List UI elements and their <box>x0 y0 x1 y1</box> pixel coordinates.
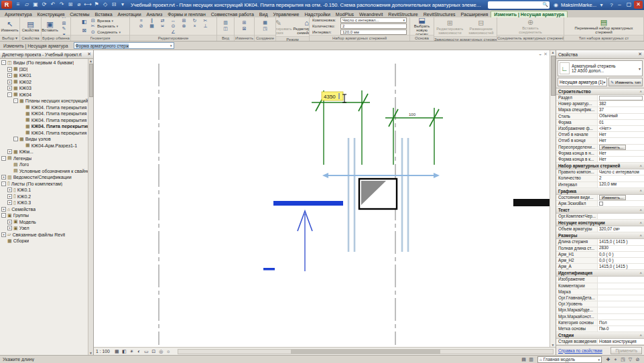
collapse-chevron-icon[interactable]: ˄ <box>639 234 642 238</box>
property-section-header[interactable]: Графика˄ <box>556 188 644 195</box>
panel-label-properties[interactable]: Свойства <box>20 35 41 42</box>
property-value[interactable] <box>598 283 644 289</box>
filled-beam-region[interactable] <box>513 199 551 206</box>
property-section-header[interactable]: Размеры˄ <box>556 232 644 239</box>
expand-icon[interactable]: + <box>7 67 12 72</box>
edit-value-button[interactable]: Изменить... <box>599 145 626 150</box>
property-section-header[interactable]: Несущие конструкции˄ <box>556 220 644 226</box>
tree-item[interactable]: -◫Виды (По первым 4 буквам) <box>0 60 88 66</box>
visual-style-icon[interactable]: ◧ <box>121 348 128 355</box>
measure-icon[interactable]: ⌀ <box>75 1 83 9</box>
app-menu-icon[interactable]: ≡ <box>14 1 22 9</box>
panel-label-rebar-set[interactable]: Набор арматурных стержней <box>310 35 409 41</box>
ribbon-tab[interactable]: RevitStructure <box>385 11 420 17</box>
crop-view-icon[interactable]: ▭ <box>143 348 150 355</box>
property-value[interactable]: 0,0 ( 0 ) <box>598 252 644 257</box>
tree-item[interactable]: -▦Планы несущих конструкций <box>0 98 88 104</box>
join-item[interactable]: ⊙Соединить▾ <box>90 29 121 35</box>
paint-icon[interactable]: ◧ <box>80 18 88 26</box>
help-icon[interactable]: ? <box>608 2 615 8</box>
collapse-chevron-icon[interactable]: ˄ <box>639 164 642 168</box>
scroll-up-icon[interactable]: ▲ <box>89 59 92 63</box>
tree-item[interactable]: +▦КЖ02 <box>0 79 88 86</box>
create-similar-icon[interactable]: ◳ <box>260 26 271 32</box>
search-input[interactable]: 🔍 <box>488 1 550 9</box>
ribbon-tab[interactable]: RevitStructures <box>421 11 458 17</box>
create-group-icon[interactable]: ▦ <box>260 20 271 26</box>
tree-item[interactable]: ▦КЖ04. Плита перекрытия на отм... <box>0 130 88 137</box>
collapse-icon[interactable]: - <box>1 182 6 186</box>
canvas-hscrollbar[interactable] <box>178 349 554 354</box>
ribbon-tab[interactable]: Конструкция <box>35 11 68 17</box>
edit-constraints-button[interactable]: ⊞Редактировать зависимости <box>435 18 465 35</box>
sun-path-icon[interactable]: ☀ <box>128 348 135 355</box>
property-value[interactable] <box>598 314 644 319</box>
tree-item[interactable]: ▦КЖ04. Плита перекрытия на отм... <box>0 111 88 117</box>
scroll-thumb[interactable] <box>551 56 556 96</box>
tree-item[interactable]: -▦КЖ04 <box>0 92 88 98</box>
tree-item[interactable]: +▦КЖ03 <box>0 85 88 92</box>
property-value[interactable]: 2 <box>598 175 644 181</box>
pick-new-host-button[interactable]: ⬓Выбрать новую основу <box>411 18 432 34</box>
detail-level-icon[interactable]: ▦ <box>113 348 121 355</box>
collapse-chevron-icon[interactable]: ˄ <box>639 208 642 212</box>
quantity-field[interactable]: 2 <box>340 23 407 29</box>
property-value[interactable]: 37 <box>598 107 644 113</box>
dimension-icon[interactable]: ⟷ <box>84 1 92 9</box>
select-pinned-icon[interactable]: ⌖ <box>612 357 619 362</box>
panel-label-host[interactable]: Основа <box>410 35 434 41</box>
property-value[interactable]: Пол <box>598 320 644 325</box>
tree-item[interactable]: -▯Листы (По комплектам) <box>0 181 88 188</box>
reveal-hidden-icon[interactable]: ☼ <box>165 348 172 355</box>
properties-button[interactable]: ▤Свойства <box>21 18 40 33</box>
panel-label-select[interactable]: Выбор ▾ <box>0 35 19 42</box>
active-model-combo[interactable]: ⌂ Главная модель ▾ <box>537 356 602 363</box>
property-value[interactable]: Пм-0 <box>598 326 644 332</box>
ribbon-tab[interactable]: Анализ <box>144 11 166 17</box>
tree-item[interactable]: -▦Виды узлов <box>0 136 88 143</box>
collapse-chevron-icon[interactable]: ˄ <box>639 221 642 225</box>
ribbon-tab[interactable]: Вставка <box>92 11 115 17</box>
ribbon-tab[interactable]: Формы и генплан <box>165 11 208 17</box>
view-scale[interactable]: 1 : 100 <box>96 349 110 354</box>
ribbon-tab[interactable]: Совместная работа <box>208 11 257 17</box>
match-type-icon[interactable]: ✎ <box>59 26 70 32</box>
tree-item[interactable]: +▣Узел <box>0 225 88 232</box>
cut-geometry-item[interactable]: ✂Вырезать▾ <box>90 23 121 29</box>
section-icon[interactable]: ⊟ <box>110 1 118 9</box>
scroll-thumb[interactable] <box>89 64 93 97</box>
property-section-header[interactable]: Идентификация˄ <box>556 270 644 277</box>
select-link-icon[interactable]: ✚ <box>604 357 612 362</box>
tree-item[interactable]: ▤Условные обозначения к свайному пол... <box>0 168 88 175</box>
insert-coupler-button[interactable]: ⊕Вставить соединитель <box>512 18 550 34</box>
close-button[interactable]: ✕ <box>634 1 643 9</box>
account-menu[interactable]: ◉ MaksimMarke... ▾ <box>552 2 605 8</box>
offset-icon[interactable]: ∥ <box>147 18 157 24</box>
ribbon-tab[interactable]: Надстройки <box>302 11 332 17</box>
temporary-hide-icon[interactable]: ◎ <box>157 348 165 355</box>
ribbon-tab[interactable]: Аннотации <box>115 11 144 17</box>
angle-icon[interactable]: ∠ <box>168 29 179 35</box>
collapse-icon[interactable]: - <box>1 60 6 65</box>
ribbon-tab[interactable]: ModPlus <box>333 11 357 17</box>
filter-icon[interactable]: ▽ <box>627 357 634 362</box>
close-icon[interactable]: ✕ <box>638 52 642 57</box>
tree-item[interactable]: +⌂Семейства <box>0 206 88 213</box>
show-crop-icon[interactable]: ⊡ <box>150 348 157 355</box>
property-value[interactable]: Нет <box>598 132 644 137</box>
pin-icon[interactable]: ⊙ <box>168 23 179 29</box>
panel-label-mode[interactable]: Режим <box>276 36 309 42</box>
exclude-options-icon[interactable]: ⊘ <box>634 357 641 362</box>
redo-icon[interactable]: ↷ <box>58 1 66 9</box>
paste-button[interactable]: ▣Вставить <box>43 18 58 34</box>
panel-label-geometry[interactable]: Геометрия <box>71 35 129 41</box>
browser-scrollbar[interactable]: ▲▼ <box>88 59 93 355</box>
property-value[interactable]: Нет <box>598 151 644 156</box>
property-value[interactable]: Изменить... <box>598 195 644 200</box>
panel-label-edit[interactable]: Редактирование <box>130 35 216 41</box>
demolish-icon[interactable]: ⊠ <box>80 27 88 35</box>
tree-item[interactable]: -▤Легенды <box>0 155 88 162</box>
property-value[interactable]: Нет <box>598 157 644 162</box>
expand-icon[interactable]: + <box>7 200 12 205</box>
cope-item[interactable]: ⊟Врезка▾ <box>90 18 121 24</box>
